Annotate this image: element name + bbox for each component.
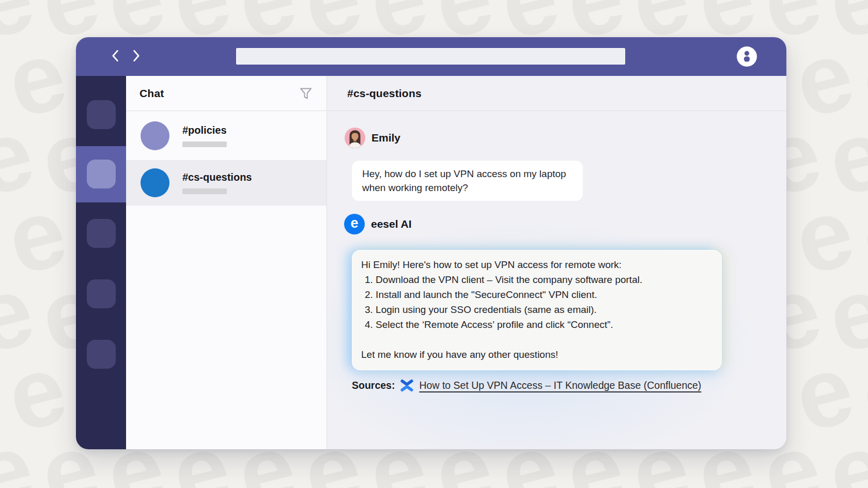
channel-preview-placeholder (182, 141, 227, 147)
chat-panel-title: Chat (140, 87, 164, 100)
user-message-bubble: Hey, how do I set up VPN access on my la… (352, 161, 583, 201)
funnel-icon (299, 93, 313, 102)
sources-row: Sources: How to Set Up VPN Access – IT K… (352, 379, 786, 392)
title-bar (76, 37, 786, 76)
sidebar-item-5[interactable] (87, 340, 116, 369)
ai-answer-step: 3. Login using your SSO credentials (sam… (361, 302, 712, 317)
message-author: eesel AI (371, 218, 412, 230)
person-icon (740, 49, 753, 64)
conversation-header: #cs-questions (327, 76, 786, 111)
ai-answer-outro: Let me know if you have any other questi… (361, 347, 712, 362)
forward-button[interactable] (132, 50, 141, 64)
chat-list-header: Chat (126, 76, 327, 111)
sources-label: Sources: (352, 380, 395, 391)
source-link[interactable]: How to Set Up VPN Access – IT Knowledge … (419, 380, 701, 391)
profile-button[interactable] (737, 46, 757, 67)
ai-answer-intro: Hi Emily! Here's how to set up VPN acces… (361, 257, 712, 272)
channel-name: #cs-questions (182, 171, 252, 183)
ai-answer-step: 2. Install and launch the "SecureConnect… (361, 287, 712, 302)
search-input[interactable] (236, 48, 625, 65)
filter-button[interactable] (299, 86, 313, 101)
sidebar-item-1[interactable] (87, 100, 116, 129)
emily-avatar (345, 128, 365, 148)
channel-avatar (141, 168, 169, 197)
active-app-icon (87, 160, 116, 188)
back-button[interactable] (110, 50, 119, 64)
conversation-panel: #cs-questions Emily Hey, how do I set up… (327, 76, 786, 449)
ai-answer-step: 4. Select the ‘Remote Access’ profile an… (361, 317, 712, 332)
message-author-row: Emily (345, 128, 786, 148)
channel-preview-placeholder (182, 188, 227, 194)
confluence-logo-icon (400, 379, 414, 392)
app-window: Chat #policies #cs-questions (76, 37, 786, 449)
message-author: Emily (371, 132, 400, 144)
app-rail (76, 76, 126, 449)
channel-row-cs-questions[interactable]: #cs-questions (126, 160, 327, 206)
sidebar-item-active[interactable] (76, 146, 126, 202)
channel-avatar (141, 121, 169, 150)
ai-answer-card: Hi Emily! Here's how to set up VPN acces… (352, 250, 722, 370)
message-author-row: e eesel AI (344, 214, 786, 234)
ai-answer-step: 1. Download the VPN client – Visit the c… (361, 272, 712, 287)
chevron-left-icon (111, 50, 119, 64)
conversation-title: #cs-questions (347, 87, 422, 100)
sidebar-item-4[interactable] (87, 279, 116, 308)
channel-row-policies[interactable]: #policies (126, 111, 327, 160)
blank-line (361, 332, 712, 347)
eesel-ai-avatar: e (344, 214, 365, 234)
sidebar-item-3[interactable] (87, 219, 116, 248)
chat-list-panel: Chat #policies #cs-questions (126, 76, 327, 449)
chevron-right-icon (133, 50, 141, 64)
channel-name: #policies (182, 124, 227, 136)
nav-buttons (110, 37, 141, 76)
